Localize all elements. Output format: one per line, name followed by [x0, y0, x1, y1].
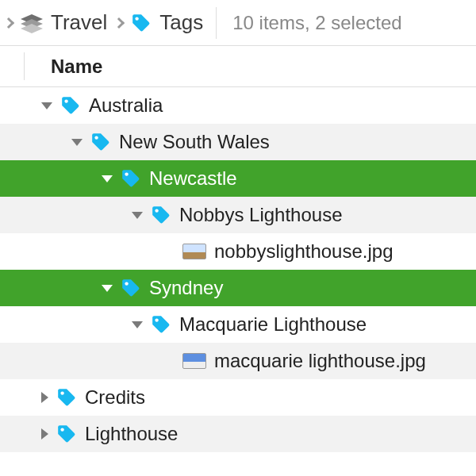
tree-row-credits[interactable]: Credits — [0, 379, 476, 416]
divider — [216, 7, 217, 39]
column-header-name[interactable]: Name — [0, 46, 476, 87]
disclosure-triangle-icon[interactable] — [102, 285, 113, 292]
svg-point-11 — [60, 428, 63, 431]
breadcrumb-parent[interactable]: Travel — [51, 10, 107, 35]
breadcrumb-bar: Travel Tags 10 items, 2 selected — [0, 0, 476, 46]
disclosure-triangle-icon[interactable] — [132, 212, 143, 219]
tree-row-label: Lighthouse — [85, 423, 178, 445]
tree-row-label: Credits — [85, 386, 145, 409]
tree-row-label: Macquarie Lighthouse — [179, 313, 367, 336]
tree-row-label: Newcastle — [149, 167, 237, 190]
svg-point-5 — [94, 136, 98, 139]
column-header-label: Name — [51, 56, 102, 78]
svg-point-10 — [60, 391, 63, 394]
svg-point-9 — [155, 318, 158, 321]
disclosure-triangle-icon[interactable] — [132, 321, 143, 328]
svg-point-4 — [64, 99, 67, 102]
tag-icon — [121, 168, 141, 189]
tree-row-label: macquarie lighthouse.jpg — [214, 350, 426, 372]
disclosure-triangle-icon[interactable] — [41, 102, 52, 109]
tree-row-label: nobbyslighthouse.jpg — [214, 240, 393, 263]
tag-icon — [131, 13, 152, 33]
chevron-right-icon — [113, 17, 125, 28]
disclosure-triangle-icon[interactable] — [41, 428, 48, 440]
tag-icon — [151, 205, 171, 225]
tree-row-label: New South Wales — [119, 131, 270, 153]
tree-row-newcastle[interactable]: Newcastle — [0, 160, 476, 197]
svg-point-3 — [136, 17, 139, 20]
svg-point-7 — [155, 209, 158, 212]
tree-row-lighthouse[interactable]: Lighthouse — [0, 416, 476, 452]
tag-icon — [121, 278, 141, 298]
tree-row-australia[interactable]: Australia — [0, 87, 476, 124]
status-text: 10 items, 2 selected — [232, 12, 401, 34]
tree-row-macquarie[interactable]: Macquarie Lighthouse — [0, 306, 476, 343]
tree-row-sydney[interactable]: Syndney — [0, 270, 476, 306]
tag-icon — [56, 424, 77, 444]
tree-row-nsw[interactable]: New South Wales — [0, 124, 476, 160]
image-thumbnail-icon — [182, 353, 206, 369]
tree-row-nobbys-file[interactable]: nobbyslighthouse.jpg — [0, 233, 476, 270]
tag-icon — [151, 314, 171, 335]
image-thumbnail-icon — [182, 244, 206, 259]
tree-row-label: Australia — [89, 94, 163, 117]
svg-point-8 — [125, 282, 128, 285]
tag-icon — [90, 132, 111, 152]
stack-icon — [21, 14, 43, 32]
tag-tree: Australia New South Wales Newcastle Nobb… — [0, 87, 476, 452]
disclosure-triangle-icon[interactable] — [41, 392, 48, 403]
tree-row-label: Nobbys Lighthouse — [179, 204, 342, 226]
breadcrumb-current[interactable]: Tags — [159, 10, 203, 35]
tree-row-macquarie-file[interactable]: macquarie lighthouse.jpg — [0, 343, 476, 379]
tree-row-label: Syndney — [149, 277, 223, 299]
tag-icon — [56, 387, 77, 408]
disclosure-triangle-icon[interactable] — [102, 175, 113, 182]
chevron-right-icon — [3, 17, 14, 28]
tag-icon — [60, 95, 81, 116]
disclosure-triangle-icon[interactable] — [71, 139, 83, 146]
svg-point-6 — [125, 172, 128, 175]
tree-row-nobbys[interactable]: Nobbys Lighthouse — [0, 197, 476, 233]
